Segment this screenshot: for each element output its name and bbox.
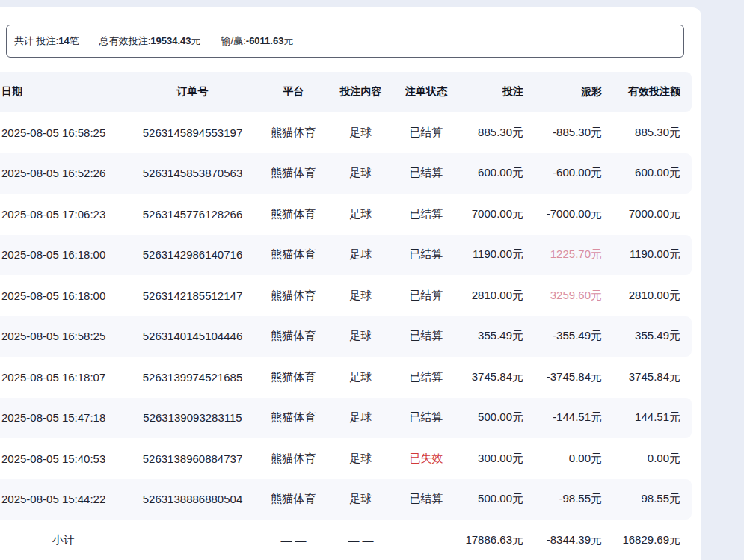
cell-platform: 熊猫体育 bbox=[258, 126, 329, 140]
cell-date: 2025-08-05 16:58:25 bbox=[0, 330, 127, 342]
cell-bet-content: 足球 bbox=[329, 492, 393, 506]
summary-total-count: 14 bbox=[58, 35, 69, 46]
cell-valid-amount: 7000.00元 bbox=[602, 207, 692, 221]
table-row: 2025-08-05 16:18:07 5263139974521685 熊猫体… bbox=[0, 357, 692, 398]
col-header-content: 投注内容 bbox=[329, 85, 393, 99]
bet-records-table: 日期 订单号 平台 投注内容 注单状态 投注 派彩 有效投注额 2025-08-… bbox=[0, 72, 692, 560]
cell-platform: 熊猫体育 bbox=[258, 207, 329, 221]
cell-valid-amount: 885.30元 bbox=[602, 126, 692, 140]
cell-bet-content: 足球 bbox=[329, 247, 393, 262]
summary-winloss-unit: 元 bbox=[283, 35, 293, 46]
table-row: 2025-08-05 16:52:26 5263145853870563 熊猫体… bbox=[0, 153, 692, 194]
content-card: 共计 投注:14笔 总有效投注:19534.43元 输/赢:-6011.63元 … bbox=[0, 7, 701, 560]
cell-valid-amount: 0.00元 bbox=[602, 452, 692, 466]
col-header-status: 注单状态 bbox=[393, 85, 460, 99]
table-row: 2025-08-05 17:06:23 5263145776128266 熊猫体… bbox=[0, 194, 692, 235]
cell-date: 2025-08-05 16:18:00 bbox=[0, 248, 127, 261]
col-header-valid: 有效投注额 bbox=[602, 85, 692, 99]
cell-payout: 1225.70元 bbox=[523, 247, 602, 262]
summary-total-unit: 笔 bbox=[70, 35, 79, 46]
cell-platform: 熊猫体育 bbox=[258, 370, 329, 384]
cell-order-number: 5263145853870563 bbox=[127, 167, 258, 179]
table-row: 2025-08-05 16:58:25 5263140145104446 熊猫体… bbox=[0, 316, 692, 357]
subtotal-valid: 16829.69元 bbox=[602, 533, 692, 547]
subtotal-label: 小计 bbox=[0, 533, 127, 547]
cell-valid-amount: 600.00元 bbox=[602, 166, 692, 180]
cell-payout: -7000.00元 bbox=[523, 207, 602, 221]
cell-bet-amount: 500.00元 bbox=[460, 492, 523, 506]
cell-date: 2025-08-05 16:58:25 bbox=[0, 126, 127, 139]
subtotal-bet: 17886.63元 bbox=[460, 533, 523, 547]
cell-bet-content: 足球 bbox=[329, 329, 393, 343]
cell-valid-amount: 355.49元 bbox=[602, 329, 692, 343]
cell-bet-amount: 600.00元 bbox=[460, 166, 523, 180]
cell-order-number: 5263145776128266 bbox=[127, 208, 258, 221]
cell-payout: 0.00元 bbox=[523, 452, 602, 466]
cell-platform: 熊猫体育 bbox=[258, 329, 329, 343]
cell-order-number: 5263138960884737 bbox=[127, 452, 258, 465]
cell-order-number: 5263138886880504 bbox=[127, 493, 258, 505]
cell-bet-amount: 2810.00元 bbox=[460, 289, 523, 303]
summary-valid-unit: 元 bbox=[191, 35, 201, 46]
cell-status: 已结算 bbox=[393, 126, 460, 140]
subtotal-payout: -8344.39元 bbox=[523, 533, 602, 547]
table-header-row: 日期 订单号 平台 投注内容 注单状态 投注 派彩 有效投注额 bbox=[0, 72, 692, 112]
col-header-platform: 平台 bbox=[258, 85, 329, 99]
summary-valid-amount: 19534.43 bbox=[150, 35, 191, 46]
cell-date: 2025-08-05 15:47:18 bbox=[0, 411, 127, 424]
cell-status: 已结算 bbox=[393, 289, 460, 303]
cell-date: 2025-08-05 15:44:22 bbox=[0, 493, 127, 505]
summary-winloss: 输/赢:-6011.63元 bbox=[221, 34, 294, 48]
cell-date: 2025-08-05 16:18:00 bbox=[0, 289, 127, 302]
col-header-payout: 派彩 bbox=[523, 85, 602, 99]
cell-valid-amount: 3745.84元 bbox=[602, 370, 692, 384]
cell-status: 已失效 bbox=[393, 452, 460, 466]
cell-payout: -600.00元 bbox=[523, 166, 602, 180]
cell-payout: -355.49元 bbox=[523, 329, 602, 343]
cell-payout: -144.51元 bbox=[523, 410, 602, 425]
table-row: 2025-08-05 15:44:22 5263138886880504 熊猫体… bbox=[0, 479, 692, 520]
cell-bet-amount: 500.00元 bbox=[460, 410, 523, 425]
summary-total-label: 共计 投注: bbox=[14, 35, 58, 46]
cell-date: 2025-08-05 16:18:07 bbox=[0, 371, 127, 384]
cell-status: 已结算 bbox=[393, 247, 460, 262]
cell-order-number: 5263139093283115 bbox=[127, 411, 258, 424]
cell-valid-amount: 98.55元 bbox=[602, 492, 692, 506]
summary-winloss-label: 输/赢: bbox=[221, 35, 246, 46]
col-header-bet: 投注 bbox=[460, 85, 523, 99]
cell-order-number: 5263140145104446 bbox=[127, 330, 258, 342]
subtotal-platform-dash: — — bbox=[258, 534, 329, 547]
cell-payout: 3259.60元 bbox=[523, 289, 602, 303]
summary-valid-label: 总有效投注: bbox=[99, 35, 151, 46]
cell-status: 已结算 bbox=[393, 166, 460, 180]
table-row: 2025-08-05 15:47:18 5263139093283115 熊猫体… bbox=[0, 398, 692, 439]
cell-date: 2025-08-05 16:52:26 bbox=[0, 167, 127, 179]
cell-bet-content: 足球 bbox=[329, 166, 393, 180]
cell-order-number: 5263145894553197 bbox=[127, 126, 258, 139]
cell-bet-content: 足球 bbox=[329, 452, 393, 466]
cell-bet-amount: 300.00元 bbox=[460, 452, 523, 466]
summary-valid-bets: 总有效投注:19534.43元 bbox=[99, 34, 201, 48]
cell-payout: -3745.84元 bbox=[523, 370, 602, 384]
table-row: 2025-08-05 16:18:00 5263142185512147 熊猫体… bbox=[0, 275, 692, 316]
cell-bet-amount: 7000.00元 bbox=[460, 207, 523, 221]
cell-platform: 熊猫体育 bbox=[258, 289, 329, 303]
table-body: 2025-08-05 16:58:25 5263145894553197 熊猫体… bbox=[0, 112, 692, 520]
cell-bet-amount: 3745.84元 bbox=[460, 370, 523, 384]
cell-platform: 熊猫体育 bbox=[258, 247, 329, 262]
cell-bet-content: 足球 bbox=[329, 289, 393, 303]
cell-order-number: 5263142986140716 bbox=[127, 248, 258, 261]
subtotal-content-dash: — — bbox=[329, 534, 393, 547]
cell-status: 已结算 bbox=[393, 207, 460, 221]
subtotal-row: 小计 — — — — 17886.63元 -8344.39元 16829.69元 bbox=[0, 520, 692, 560]
cell-date: 2025-08-05 15:40:53 bbox=[0, 452, 127, 465]
cell-platform: 熊猫体育 bbox=[258, 492, 329, 506]
cell-bet-content: 足球 bbox=[329, 207, 393, 221]
col-header-date: 日期 bbox=[0, 85, 127, 99]
cell-bet-content: 足球 bbox=[329, 410, 393, 425]
cell-valid-amount: 1190.00元 bbox=[602, 247, 692, 262]
cell-bet-content: 足球 bbox=[329, 126, 393, 140]
summary-total-bets: 共计 投注:14笔 bbox=[14, 34, 79, 48]
cell-platform: 熊猫体育 bbox=[258, 166, 329, 180]
table-row: 2025-08-05 16:58:25 5263145894553197 熊猫体… bbox=[0, 112, 692, 153]
